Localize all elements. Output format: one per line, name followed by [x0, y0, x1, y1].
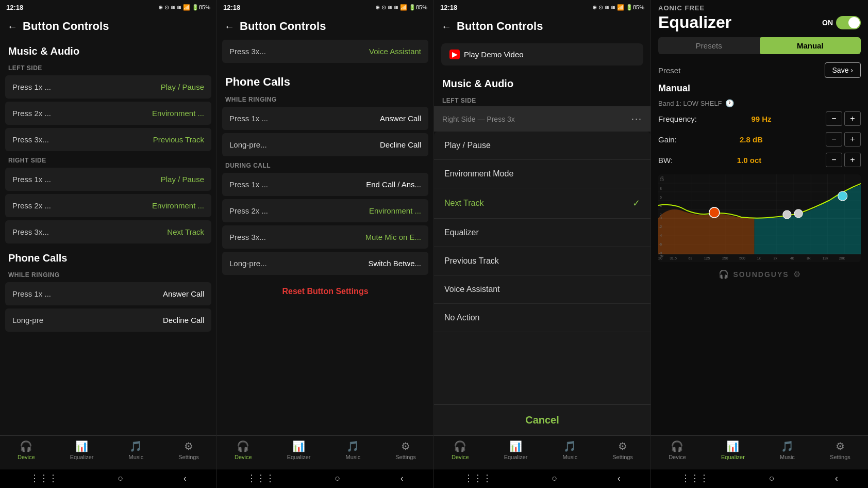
list-item[interactable]: Press 3x... Next Track: [5, 220, 211, 243]
nav-settings-4[interactable]: ⚙ Settings: [830, 440, 850, 460]
nav-label: Device: [235, 454, 252, 460]
right-side-header: Right Side — Press 3x ···: [434, 106, 650, 132]
nav-device-2[interactable]: 🎧 Device: [235, 440, 252, 460]
svg-text:31.5: 31.5: [670, 256, 677, 260]
back-button-2[interactable]: ←: [224, 21, 235, 32]
nav-equalizer-1[interactable]: 📊 Equalizer: [70, 440, 94, 460]
android-home-icon[interactable]: ○: [335, 473, 341, 484]
android-back-icon[interactable]: ‹: [835, 473, 838, 484]
list-item[interactable]: Long-pre Decline Call: [5, 308, 211, 332]
dropdown-item-no-action[interactable]: No Action: [434, 304, 650, 332]
nav-device-1[interactable]: 🎧 Device: [18, 440, 35, 460]
nav-equalizer-3[interactable]: 📊 Equalizer: [504, 440, 528, 460]
gain-decrease-button[interactable]: −: [826, 132, 842, 147]
dropdown-item-label: Environment Mode: [444, 169, 513, 178]
nav-label: Settings: [395, 454, 416, 460]
more-options-icon[interactable]: ···: [631, 113, 642, 124]
list-item[interactable]: Press 2x ... Environment ...: [222, 199, 428, 222]
list-item[interactable]: Press 1x ... Answer Call: [5, 282, 211, 305]
nav-equalizer-4[interactable]: 📊 Equalizer: [721, 440, 745, 460]
dropdown-item-play-pause[interactable]: Play / Pause: [434, 132, 650, 160]
row-left: Press 3x...: [12, 227, 49, 236]
left-side-label-3: LEFT SIDE: [434, 93, 650, 106]
tab-manual[interactable]: Manual: [760, 37, 861, 54]
frequency-label: Frequency:: [658, 115, 697, 123]
android-back-icon[interactable]: ‹: [400, 473, 404, 484]
bw-controls: − +: [826, 153, 861, 167]
cancel-button[interactable]: Cancel: [434, 404, 650, 435]
android-recent-icon[interactable]: ⋮⋮⋮: [247, 473, 275, 484]
back-button-1[interactable]: ←: [7, 21, 18, 32]
toggle-switch[interactable]: [836, 16, 861, 29]
nav-music-4[interactable]: 🎵 Music: [780, 440, 795, 460]
nav-label: Device: [452, 454, 469, 460]
list-item[interactable]: Press 1x ... End Call / Ans...: [222, 173, 428, 196]
android-home-icon[interactable]: ○: [118, 473, 124, 484]
nav-equalizer-2[interactable]: 📊 Equalizer: [287, 440, 311, 460]
preset-label: Preset: [658, 66, 680, 75]
band-label-text: Band 1: LOW SHELF: [658, 100, 722, 107]
gain-increase-button[interactable]: +: [844, 132, 861, 147]
action-dropdown: Play / Pause Environment Mode Next Track…: [434, 132, 650, 404]
nav-label: Equalizer: [721, 454, 745, 460]
row-left: Long-pre...: [229, 140, 267, 149]
dropdown-item-next-track[interactable]: Next Track ✓: [434, 188, 650, 219]
nav-device-3[interactable]: 🎧 Device: [452, 440, 469, 460]
eq-tabs: Presets Manual: [658, 37, 861, 54]
list-item[interactable]: Press 3x... Voice Assistant: [222, 40, 428, 63]
nav-settings-2[interactable]: ⚙ Settings: [395, 440, 416, 460]
frequency-increase-button[interactable]: +: [844, 111, 861, 126]
equalizer-icon: 📊: [75, 440, 88, 452]
save-button[interactable]: Save ›: [825, 62, 861, 78]
settings-icon: ⚙: [401, 440, 410, 452]
dropdown-item-equalizer[interactable]: Equalizer: [434, 219, 650, 247]
nav-music-1[interactable]: 🎵 Music: [128, 440, 143, 460]
nav-device-4[interactable]: 🎧 Device: [669, 440, 686, 460]
bw-increase-button[interactable]: +: [844, 153, 861, 167]
row-left: Press 1x ...: [12, 83, 51, 91]
android-home-icon[interactable]: ○: [552, 473, 558, 484]
row-left: Long-pre...: [229, 259, 267, 268]
list-item[interactable]: Press 2x ... Environment ...: [5, 194, 211, 217]
bw-decrease-button[interactable]: −: [826, 153, 842, 167]
android-back-icon[interactable]: ‹: [617, 473, 621, 484]
tab-presets[interactable]: Presets: [658, 37, 760, 54]
row-left: Press 1x ...: [229, 114, 268, 123]
back-button-3[interactable]: ←: [441, 21, 452, 32]
status-icons-3: ⊕ ⊙ ≋ ≋ 📶 🔋85%: [592, 4, 644, 11]
right-side-label: Right Side — Press 3x: [442, 115, 515, 123]
android-back-icon[interactable]: ‹: [183, 473, 187, 484]
list-item[interactable]: Press 3x... Mute Mic on E...: [222, 225, 428, 249]
android-recent-icon[interactable]: ⋮⋮⋮: [681, 473, 709, 484]
android-recent-icon[interactable]: ⋮⋮⋮: [30, 473, 58, 484]
frequency-row: Frequency: 99 Hz − +: [651, 108, 868, 129]
list-item[interactable]: Long-pre... Switch Betwe...: [222, 252, 428, 275]
nav-settings-1[interactable]: ⚙ Settings: [178, 440, 199, 460]
android-recent-icon[interactable]: ⋮⋮⋮: [464, 473, 492, 484]
android-home-icon[interactable]: ○: [769, 473, 775, 484]
nav-music-3[interactable]: 🎵 Music: [562, 440, 577, 460]
nav-label: Music: [345, 454, 360, 460]
list-item[interactable]: Press 1x ... Play / Pause: [5, 168, 211, 191]
eq-toggle[interactable]: ON: [822, 16, 861, 29]
nav-settings-3[interactable]: ⚙ Settings: [612, 440, 633, 460]
svg-point-21: [709, 207, 720, 218]
list-item[interactable]: Press 1x ... Answer Call: [222, 107, 428, 130]
music-audio-heading-1: Music & Audio: [0, 38, 216, 60]
dropdown-item-prev-track[interactable]: Previous Track: [434, 247, 650, 275]
reset-button[interactable]: Reset Button Settings: [217, 276, 433, 306]
list-item[interactable]: Press 3x... Previous Track: [5, 128, 211, 151]
youtube-icon: ▶: [449, 50, 460, 59]
frequency-decrease-button[interactable]: −: [826, 111, 842, 126]
checkmark-icon: ✓: [632, 198, 640, 209]
right-side-label-1: RIGHT SIDE: [0, 153, 216, 166]
dropdown-item-voice-assistant[interactable]: Voice Assistant: [434, 275, 650, 304]
list-item[interactable]: Press 2x ... Environment ...: [5, 102, 211, 125]
nav-music-2[interactable]: 🎵 Music: [345, 440, 360, 460]
list-item[interactable]: Press 1x ... Play / Pause: [5, 75, 211, 99]
dropdown-item-env-mode[interactable]: Environment Mode: [434, 160, 650, 188]
svg-text:8k: 8k: [807, 256, 811, 260]
gain-value: 2.8 dB: [740, 135, 763, 144]
list-item[interactable]: Long-pre... Decline Call: [222, 133, 428, 156]
play-demo-button[interactable]: ▶ Play Demo Video: [441, 43, 643, 66]
